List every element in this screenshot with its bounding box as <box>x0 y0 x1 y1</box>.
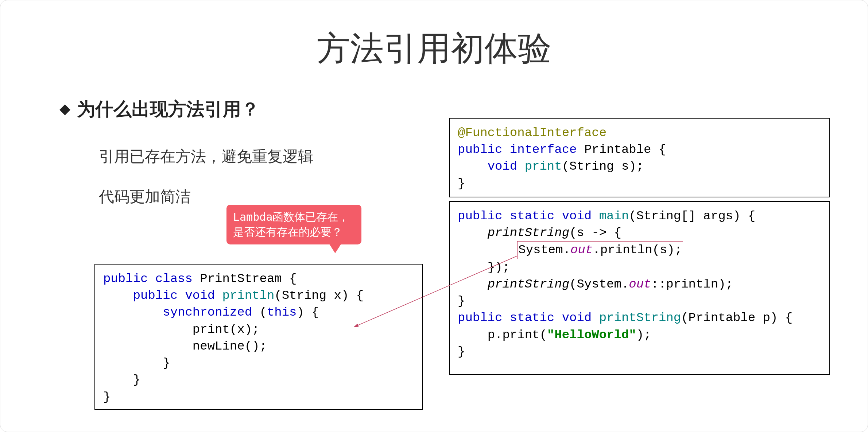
kw-static: static <box>510 209 554 223</box>
kw-public: public <box>103 272 148 286</box>
annotation: @FunctionalInterface <box>458 126 607 140</box>
params: (String x) { <box>274 289 364 302</box>
expr: .println(s); <box>593 243 682 257</box>
subtitle-heading: ◆ 为什么出现方法引用？ <box>77 97 259 122</box>
brace: } <box>458 294 465 308</box>
params: (String[] args) { <box>629 209 755 223</box>
params: (Printable p) { <box>681 311 793 325</box>
code-block-printstream: public class PrintStream { public void p… <box>94 264 423 410</box>
kw-public: public <box>458 209 502 223</box>
brace: } <box>103 390 111 404</box>
paren: ) { <box>297 305 319 319</box>
stmt: newLine(); <box>193 339 267 353</box>
bullet-point-2: 代码更加简洁 <box>99 186 191 207</box>
kw-class: class <box>155 272 193 286</box>
slide: 方法引用初体验 ◆ 为什么出现方法引用？ 引用已存在方法，避免重复逻辑 代码更加… <box>0 0 868 432</box>
brace: } <box>458 177 465 190</box>
kw-void: void <box>488 159 518 173</box>
paren: ( <box>259 305 267 319</box>
method-name: println <box>222 289 274 302</box>
call: printString <box>488 226 569 240</box>
brace: { <box>282 272 297 286</box>
code-block-interface: @FunctionalInterface public interface Pr… <box>449 118 830 197</box>
method-ref: ::println); <box>651 277 733 291</box>
brace: { <box>651 143 666 157</box>
kw-public: public <box>458 143 502 157</box>
lambda: (s -> { <box>569 226 621 240</box>
kw-public: public <box>133 289 178 302</box>
callout-line-1: Lambda函数体已存在， <box>233 210 355 225</box>
brace: } <box>163 356 170 370</box>
kw-void: void <box>562 209 592 223</box>
expr: ); <box>636 328 651 342</box>
expr: p.print( <box>488 328 547 342</box>
string-literal: "HelloWorld" <box>547 328 636 342</box>
method-name: print <box>525 159 562 173</box>
interface-name: Printable <box>584 143 651 157</box>
brace: } <box>458 345 465 359</box>
subtitle-text: 为什么出现方法引用？ <box>77 99 259 120</box>
expr: System. <box>518 243 570 257</box>
callout-line-2: 是否还有存在的必要？ <box>233 225 355 240</box>
params: (String s); <box>562 159 644 173</box>
kw-void: void <box>562 311 592 325</box>
kw-interface: interface <box>510 143 577 157</box>
kw-void: void <box>185 289 215 302</box>
kw-this: this <box>267 305 297 319</box>
brace: } <box>133 373 140 387</box>
highlighted-expression: System.out.println(s); <box>517 241 683 259</box>
kw-public: public <box>458 311 502 325</box>
callout-bubble: Lambda函数体已存在， 是否还有存在的必要？ <box>226 205 361 244</box>
slide-title: 方法引用初体验 <box>0 26 868 71</box>
expr: (System. <box>569 277 629 291</box>
stmt: print(x); <box>193 323 260 336</box>
brace: }); <box>488 261 510 274</box>
bullet-point-1: 引用已存在方法，避免重复逻辑 <box>99 146 313 167</box>
method-name: printString <box>599 311 681 325</box>
method-name: main <box>599 209 629 223</box>
field-out: out <box>570 243 593 257</box>
code-block-main: public static void main(String[] args) {… <box>449 201 830 375</box>
kw-static: static <box>510 311 554 325</box>
kw-synchronized: synchronized <box>163 305 252 319</box>
call: printString <box>488 277 569 291</box>
class-name: PrintStream <box>200 272 282 286</box>
field-out: out <box>629 277 651 291</box>
